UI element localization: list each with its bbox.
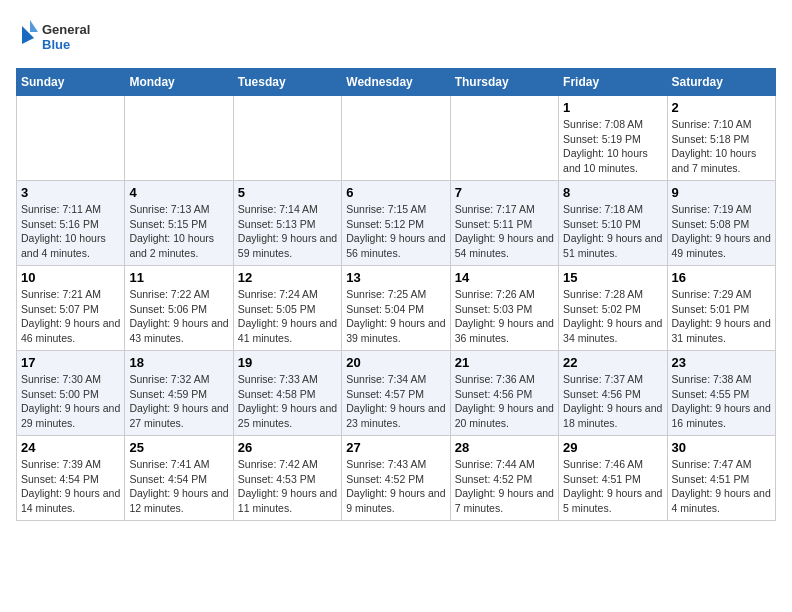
day-info: Sunrise: 7:36 AM Sunset: 4:56 PM Dayligh… (455, 372, 554, 431)
calendar-week-2: 3Sunrise: 7:11 AM Sunset: 5:16 PM Daylig… (17, 181, 776, 266)
calendar-cell: 11Sunrise: 7:22 AM Sunset: 5:06 PM Dayli… (125, 266, 233, 351)
day-number: 22 (563, 355, 662, 370)
day-number: 21 (455, 355, 554, 370)
day-info: Sunrise: 7:22 AM Sunset: 5:06 PM Dayligh… (129, 287, 228, 346)
calendar-cell: 27Sunrise: 7:43 AM Sunset: 4:52 PM Dayli… (342, 436, 450, 521)
calendar-cell: 23Sunrise: 7:38 AM Sunset: 4:55 PM Dayli… (667, 351, 775, 436)
day-number: 16 (672, 270, 771, 285)
calendar-cell: 5Sunrise: 7:14 AM Sunset: 5:13 PM Daylig… (233, 181, 341, 266)
day-info: Sunrise: 7:32 AM Sunset: 4:59 PM Dayligh… (129, 372, 228, 431)
day-info: Sunrise: 7:33 AM Sunset: 4:58 PM Dayligh… (238, 372, 337, 431)
day-info: Sunrise: 7:21 AM Sunset: 5:07 PM Dayligh… (21, 287, 120, 346)
calendar-cell: 25Sunrise: 7:41 AM Sunset: 4:54 PM Dayli… (125, 436, 233, 521)
day-info: Sunrise: 7:15 AM Sunset: 5:12 PM Dayligh… (346, 202, 445, 261)
svg-text:General: General (42, 22, 90, 37)
day-info: Sunrise: 7:18 AM Sunset: 5:10 PM Dayligh… (563, 202, 662, 261)
day-info: Sunrise: 7:44 AM Sunset: 4:52 PM Dayligh… (455, 457, 554, 516)
calendar-cell (17, 96, 125, 181)
day-number: 10 (21, 270, 120, 285)
calendar-cell: 24Sunrise: 7:39 AM Sunset: 4:54 PM Dayli… (17, 436, 125, 521)
calendar-cell: 15Sunrise: 7:28 AM Sunset: 5:02 PM Dayli… (559, 266, 667, 351)
calendar-cell: 4Sunrise: 7:13 AM Sunset: 5:15 PM Daylig… (125, 181, 233, 266)
day-number: 9 (672, 185, 771, 200)
page-header: GeneralBlue (16, 16, 776, 56)
calendar-week-4: 17Sunrise: 7:30 AM Sunset: 5:00 PM Dayli… (17, 351, 776, 436)
calendar-cell (125, 96, 233, 181)
calendar-cell: 22Sunrise: 7:37 AM Sunset: 4:56 PM Dayli… (559, 351, 667, 436)
day-number: 13 (346, 270, 445, 285)
day-number: 12 (238, 270, 337, 285)
day-number: 18 (129, 355, 228, 370)
weekday-header-thursday: Thursday (450, 69, 558, 96)
day-info: Sunrise: 7:26 AM Sunset: 5:03 PM Dayligh… (455, 287, 554, 346)
day-info: Sunrise: 7:19 AM Sunset: 5:08 PM Dayligh… (672, 202, 771, 261)
day-info: Sunrise: 7:46 AM Sunset: 4:51 PM Dayligh… (563, 457, 662, 516)
svg-marker-1 (30, 20, 38, 32)
calendar-cell: 19Sunrise: 7:33 AM Sunset: 4:58 PM Dayli… (233, 351, 341, 436)
calendar-cell: 2Sunrise: 7:10 AM Sunset: 5:18 PM Daylig… (667, 96, 775, 181)
calendar-table: SundayMondayTuesdayWednesdayThursdayFrid… (16, 68, 776, 521)
day-number: 2 (672, 100, 771, 115)
svg-text:Blue: Blue (42, 37, 70, 52)
weekday-header-friday: Friday (559, 69, 667, 96)
day-info: Sunrise: 7:34 AM Sunset: 4:57 PM Dayligh… (346, 372, 445, 431)
day-info: Sunrise: 7:42 AM Sunset: 4:53 PM Dayligh… (238, 457, 337, 516)
calendar-cell: 3Sunrise: 7:11 AM Sunset: 5:16 PM Daylig… (17, 181, 125, 266)
day-number: 29 (563, 440, 662, 455)
calendar-cell: 17Sunrise: 7:30 AM Sunset: 5:00 PM Dayli… (17, 351, 125, 436)
day-number: 25 (129, 440, 228, 455)
calendar-cell: 16Sunrise: 7:29 AM Sunset: 5:01 PM Dayli… (667, 266, 775, 351)
calendar-cell: 29Sunrise: 7:46 AM Sunset: 4:51 PM Dayli… (559, 436, 667, 521)
logo-svg: GeneralBlue (16, 16, 96, 56)
day-info: Sunrise: 7:37 AM Sunset: 4:56 PM Dayligh… (563, 372, 662, 431)
day-info: Sunrise: 7:08 AM Sunset: 5:19 PM Dayligh… (563, 117, 662, 176)
day-number: 6 (346, 185, 445, 200)
day-number: 24 (21, 440, 120, 455)
weekday-header-row: SundayMondayTuesdayWednesdayThursdayFrid… (17, 69, 776, 96)
day-info: Sunrise: 7:13 AM Sunset: 5:15 PM Dayligh… (129, 202, 228, 261)
day-number: 26 (238, 440, 337, 455)
day-info: Sunrise: 7:29 AM Sunset: 5:01 PM Dayligh… (672, 287, 771, 346)
day-info: Sunrise: 7:30 AM Sunset: 5:00 PM Dayligh… (21, 372, 120, 431)
day-number: 8 (563, 185, 662, 200)
day-number: 14 (455, 270, 554, 285)
calendar-cell: 28Sunrise: 7:44 AM Sunset: 4:52 PM Dayli… (450, 436, 558, 521)
weekday-header-monday: Monday (125, 69, 233, 96)
calendar-cell: 12Sunrise: 7:24 AM Sunset: 5:05 PM Dayli… (233, 266, 341, 351)
calendar-cell (450, 96, 558, 181)
calendar-cell: 14Sunrise: 7:26 AM Sunset: 5:03 PM Dayli… (450, 266, 558, 351)
calendar-cell: 26Sunrise: 7:42 AM Sunset: 4:53 PM Dayli… (233, 436, 341, 521)
calendar-cell (342, 96, 450, 181)
calendar-cell: 1Sunrise: 7:08 AM Sunset: 5:19 PM Daylig… (559, 96, 667, 181)
weekday-header-wednesday: Wednesday (342, 69, 450, 96)
calendar-cell: 8Sunrise: 7:18 AM Sunset: 5:10 PM Daylig… (559, 181, 667, 266)
calendar-cell: 10Sunrise: 7:21 AM Sunset: 5:07 PM Dayli… (17, 266, 125, 351)
day-number: 5 (238, 185, 337, 200)
day-info: Sunrise: 7:47 AM Sunset: 4:51 PM Dayligh… (672, 457, 771, 516)
calendar-cell: 13Sunrise: 7:25 AM Sunset: 5:04 PM Dayli… (342, 266, 450, 351)
day-number: 3 (21, 185, 120, 200)
day-number: 23 (672, 355, 771, 370)
day-info: Sunrise: 7:11 AM Sunset: 5:16 PM Dayligh… (21, 202, 120, 261)
day-info: Sunrise: 7:25 AM Sunset: 5:04 PM Dayligh… (346, 287, 445, 346)
day-number: 20 (346, 355, 445, 370)
day-number: 1 (563, 100, 662, 115)
day-info: Sunrise: 7:28 AM Sunset: 5:02 PM Dayligh… (563, 287, 662, 346)
day-number: 27 (346, 440, 445, 455)
weekday-header-sunday: Sunday (17, 69, 125, 96)
day-number: 15 (563, 270, 662, 285)
logo: GeneralBlue (16, 16, 96, 56)
calendar-cell: 20Sunrise: 7:34 AM Sunset: 4:57 PM Dayli… (342, 351, 450, 436)
weekday-header-tuesday: Tuesday (233, 69, 341, 96)
calendar-cell: 30Sunrise: 7:47 AM Sunset: 4:51 PM Dayli… (667, 436, 775, 521)
calendar-cell: 6Sunrise: 7:15 AM Sunset: 5:12 PM Daylig… (342, 181, 450, 266)
day-number: 17 (21, 355, 120, 370)
day-info: Sunrise: 7:17 AM Sunset: 5:11 PM Dayligh… (455, 202, 554, 261)
calendar-cell: 9Sunrise: 7:19 AM Sunset: 5:08 PM Daylig… (667, 181, 775, 266)
day-info: Sunrise: 7:43 AM Sunset: 4:52 PM Dayligh… (346, 457, 445, 516)
day-number: 30 (672, 440, 771, 455)
day-number: 11 (129, 270, 228, 285)
day-info: Sunrise: 7:10 AM Sunset: 5:18 PM Dayligh… (672, 117, 771, 176)
weekday-header-saturday: Saturday (667, 69, 775, 96)
calendar-cell: 7Sunrise: 7:17 AM Sunset: 5:11 PM Daylig… (450, 181, 558, 266)
